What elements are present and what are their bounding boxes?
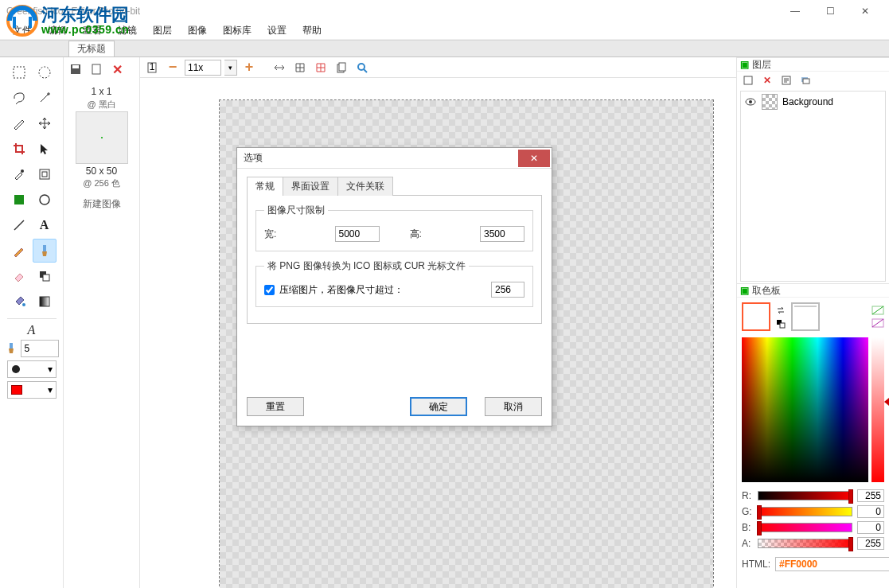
frames-panel: ✕ 1 x 1 @ 黑白 50 x 50 @ 256 色 新建图像: [64, 57, 140, 588]
tool-pointer[interactable]: [33, 137, 57, 161]
window-close-button[interactable]: ✕: [848, 1, 883, 22]
grid-center-button[interactable]: [312, 59, 329, 76]
group-png-convert: 将 PNG 图像转换为 ICO 图标或 CUR 光标文件 压缩图片，若图像尺寸超…: [255, 259, 533, 307]
g-slider[interactable]: [758, 507, 852, 516]
menu-view[interactable]: 查看: [75, 22, 110, 39]
zoom-input[interactable]: [185, 60, 221, 76]
page-nav-button[interactable]: 1: [143, 59, 161, 76]
html-label: HTML:: [742, 559, 770, 570]
a-slider[interactable]: [758, 539, 852, 548]
menu-image[interactable]: 图像: [180, 22, 215, 39]
r-input[interactable]: [857, 489, 884, 502]
brush-shape-dropdown[interactable]: ▾: [7, 360, 57, 378]
menu-file[interactable]: 文件: [5, 22, 40, 39]
tab-file-assoc[interactable]: 文件关联: [337, 177, 393, 196]
menu-edit[interactable]: 编辑: [40, 22, 75, 39]
toolbox: A A ▾ ▾: [0, 57, 64, 588]
layer-delete-button[interactable]: ✕: [759, 72, 775, 88]
a-input[interactable]: [857, 537, 884, 550]
compress-checkbox[interactable]: [264, 285, 275, 295]
group-png-convert-legend: 将 PNG 图像转换为 ICO 图标或 CUR 光标文件: [264, 259, 469, 273]
svg-point-9: [40, 195, 49, 204]
g-input[interactable]: [857, 505, 884, 518]
tool-circle[interactable]: [33, 188, 57, 212]
zoom-out-button[interactable]: −: [164, 59, 181, 76]
cancel-button[interactable]: 取消: [485, 397, 542, 416]
frames-save-button[interactable]: [67, 60, 84, 78]
magnify-button[interactable]: [353, 59, 371, 76]
tab-ui[interactable]: 界面设置: [283, 177, 338, 196]
layer-row[interactable]: Background: [741, 92, 885, 112]
new-image-label[interactable]: 新建图像: [64, 197, 139, 211]
pattern-dropdown[interactable]: ▾: [7, 381, 57, 399]
tool-ellipse-select[interactable]: [33, 60, 57, 84]
visibility-icon[interactable]: [744, 95, 757, 108]
width-label: 宽:: [264, 228, 287, 241]
svg-text:1: 1: [150, 61, 155, 72]
palette-panel-header[interactable]: ▣ 取色板: [737, 283, 889, 298]
color-picker[interactable]: [742, 337, 884, 482]
width-input[interactable]: [335, 226, 380, 242]
zoom-dropdown[interactable]: ▾: [224, 60, 237, 76]
fit-width-button[interactable]: [271, 59, 288, 76]
tool-eraser[interactable]: [7, 264, 31, 288]
menu-library[interactable]: 图标库: [215, 22, 259, 39]
tool-pencil[interactable]: [7, 239, 31, 263]
background-swatch[interactable]: [791, 302, 820, 331]
layer-name: Background: [782, 96, 833, 107]
compress-size-input[interactable]: [491, 282, 524, 298]
default-colors-button[interactable]: [775, 318, 786, 329]
tool-brush[interactable]: [33, 239, 57, 263]
layer-new-button[interactable]: [740, 72, 756, 88]
brush-size-input[interactable]: [21, 340, 59, 357]
invert-icon[interactable]: [871, 318, 884, 328]
tool-eyedropper[interactable]: [7, 162, 31, 186]
dialog-close-button[interactable]: ✕: [518, 150, 550, 167]
tool-wand[interactable]: [33, 86, 57, 110]
sv-plane[interactable]: [742, 337, 868, 482]
menu-filter[interactable]: 滤镜: [110, 22, 145, 39]
tool-move[interactable]: [33, 111, 57, 135]
tool-frame[interactable]: [33, 162, 57, 186]
menu-help[interactable]: 帮助: [294, 22, 329, 39]
layer-props-button[interactable]: [778, 72, 794, 88]
document-tab[interactable]: 无标题: [68, 41, 115, 56]
b-slider[interactable]: [758, 523, 852, 532]
tool-gradient[interactable]: [33, 290, 57, 313]
layer-merge-button[interactable]: [797, 72, 813, 88]
height-input[interactable]: [480, 226, 524, 242]
swap-colors-button[interactable]: [775, 305, 786, 316]
r-slider[interactable]: [758, 491, 852, 500]
tool-lasso[interactable]: [7, 86, 31, 110]
window-maximize-button[interactable]: ☐: [813, 1, 848, 22]
antialias-icon[interactable]: A: [28, 324, 36, 337]
frames-new-button[interactable]: [88, 60, 105, 78]
html-color-input[interactable]: [775, 557, 889, 571]
dialog-title-bar[interactable]: 选项 ✕: [237, 148, 552, 169]
menu-settings[interactable]: 设置: [259, 22, 294, 39]
tool-line[interactable]: [7, 213, 31, 237]
window-minimize-button[interactable]: —: [778, 1, 813, 22]
transparency-icon[interactable]: [871, 306, 884, 315]
tool-text[interactable]: A: [33, 213, 57, 237]
menu-layer[interactable]: 图层: [145, 22, 180, 39]
tool-bucket[interactable]: [7, 290, 31, 313]
ok-button[interactable]: 确定: [410, 397, 467, 416]
tool-pencil-select[interactable]: [7, 111, 31, 135]
frames-delete-button[interactable]: ✕: [108, 60, 126, 78]
brush-icon: [5, 342, 18, 355]
layers-panel-header[interactable]: ▣ 图层: [737, 57, 889, 72]
b-input[interactable]: [857, 521, 884, 534]
tool-clone[interactable]: [33, 264, 57, 288]
zoom-in-button[interactable]: +: [240, 59, 258, 76]
foreground-swatch[interactable]: [742, 302, 770, 331]
tool-rect-fill[interactable]: [7, 188, 31, 212]
hue-slider[interactable]: [871, 337, 884, 482]
grid-button[interactable]: [291, 59, 309, 76]
tool-rect-select[interactable]: [7, 60, 31, 84]
reset-button[interactable]: 重置: [247, 397, 304, 416]
frame-item[interactable]: 1 x 1 @ 黑白 50 x 50 @ 256 色: [64, 83, 139, 193]
pages-button[interactable]: [333, 59, 350, 76]
tab-general[interactable]: 常规: [247, 177, 283, 196]
tool-crop[interactable]: [7, 137, 31, 161]
